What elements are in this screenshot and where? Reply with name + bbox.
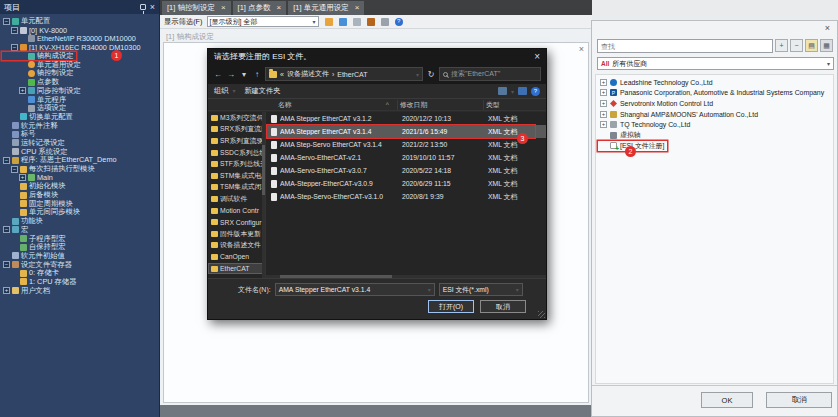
organize-menu[interactable]: 组织 ▾ (214, 86, 235, 96)
collapse-toggle-icon[interactable]: − (3, 226, 10, 233)
cancel-button[interactable]: 取消 (766, 392, 832, 408)
tree-item[interactable]: −单元配置 (2, 17, 53, 26)
tree-item[interactable]: +用户文档 (2, 286, 53, 295)
tree-item[interactable]: −每次扫描执行型模块 (2, 165, 98, 174)
document-tab[interactable]: [1] 单元通用设定× (288, 1, 364, 15)
history-chevron-icon[interactable]: ▾ (239, 70, 249, 79)
filename-dropdown[interactable]: AMA Stepper EtherCAT v3.1.4 ▾ (275, 283, 435, 296)
dialog-nav-item[interactable]: STM集成式电机 (208, 170, 265, 182)
device-view-icon[interactable]: ▦ (820, 39, 833, 52)
dialog-nav-item[interactable]: SSDC系列总线 (208, 147, 265, 159)
dialog-nav-item[interactable]: EtherCAT (208, 263, 265, 275)
collapse-toggle-icon[interactable]: − (11, 27, 18, 34)
save-display-icon[interactable] (337, 16, 349, 28)
dialog-nav-item[interactable]: M3系列交流伺服 (208, 112, 265, 124)
document-tab[interactable]: [1] 点参数× (233, 1, 287, 15)
column-header-date[interactable]: 修改日期 (398, 100, 484, 110)
dialog-nav-item[interactable]: SR系列直流驱动 (208, 135, 265, 147)
copy-icon[interactable] (365, 16, 377, 28)
vendor-tree-item[interactable]: +Shanghai AMP&MOONS' Automation Co.,Ltd (598, 109, 761, 120)
breadcrumb[interactable]: « 设备描述文件 › EtherCAT ▾ (265, 67, 423, 81)
breadcrumb-root[interactable]: 设备描述文件 (287, 69, 329, 79)
folder-group-icon[interactable]: ▤ (805, 39, 818, 52)
tab-close-icon[interactable]: × (277, 4, 282, 12)
dialog-nav-item[interactable]: TSM集成式闭环 (208, 182, 265, 194)
file-row[interactable]: AMA-Step-Servo-EtherCAT-v3.1.02020/8/1 9… (266, 190, 546, 203)
display-settings-icon[interactable] (323, 16, 335, 28)
back-icon[interactable]: ← (213, 70, 223, 79)
collapse-tree-icon[interactable]: − (790, 39, 803, 52)
display-level-dropdown[interactable]: [显示级别] 全部 ▾ (207, 16, 319, 27)
panel-close-icon[interactable]: × (825, 23, 830, 33)
dialog-search-box[interactable]: 搜索"EtherCAT" (439, 67, 541, 81)
open-button[interactable]: 打开(O) (428, 300, 474, 313)
vendor-tree-item[interactable]: +Leadshine Technology Co.,Ltd (598, 77, 716, 88)
expand-toggle-icon[interactable]: + (600, 111, 607, 118)
up-icon[interactable]: ↑ (252, 70, 262, 79)
nav-scrollbar[interactable] (262, 112, 265, 278)
file-row[interactable]: AMA-Stepper-EtherCAT-v3.0.92020/6/29 11:… (266, 177, 546, 190)
ok-button[interactable]: OK (701, 392, 753, 408)
file-row[interactable]: AMA-Servo-EtherCAT-v3.0.72020/5/22 14:18… (266, 164, 546, 177)
expand-toggle-icon[interactable]: + (19, 174, 26, 181)
chevron-down-icon[interactable]: ▾ (511, 88, 514, 95)
expand-toggle-icon[interactable]: + (600, 89, 607, 96)
panel-close-icon[interactable]: × (579, 44, 584, 54)
collapse-toggle-icon[interactable]: − (3, 18, 10, 25)
help-icon[interactable]: ? (531, 87, 540, 96)
tree-item[interactable]: EtherNet/IP R30000 DM10000 (2, 34, 139, 43)
help-icon[interactable] (393, 16, 405, 28)
vendor-search-input[interactable] (597, 39, 773, 53)
tree-item[interactable]: −宏 (2, 226, 31, 235)
tab-close-icon[interactable]: × (221, 4, 226, 12)
refresh-icon[interactable]: ↻ (426, 70, 436, 79)
tree-item[interactable]: −[0] KV-8000 (2, 26, 70, 35)
view-options-icon[interactable] (498, 87, 507, 95)
file-row[interactable]: AMA Step-Servo EtherCAT v3.1.42021/2/2 1… (266, 138, 546, 151)
cancel-button[interactable]: 取消 (480, 300, 526, 313)
chevron-down-icon[interactable]: ▾ (416, 71, 419, 78)
vendor-filter-dropdown[interactable]: All 所有供应商 ▾ (597, 57, 834, 70)
column-header-name[interactable]: 名称^ (266, 100, 398, 110)
expand-toggle-icon[interactable]: + (19, 87, 26, 94)
chevron-down-icon: ▾ (232, 88, 235, 94)
vendor-tree-item[interactable]: 虚拟轴 (598, 130, 644, 141)
document-tab[interactable]: [1] 轴控制设定× (162, 1, 231, 15)
dialog-nav-item[interactable]: 设备描述文件 (208, 240, 265, 252)
filetype-dropdown[interactable]: ESI 文件(*.xml) ▾ (439, 283, 523, 296)
collapse-toggle-icon[interactable]: − (3, 261, 10, 268)
dialog-nav-item[interactable]: STF系列总线开 (208, 158, 265, 170)
close-icon[interactable]: × (150, 3, 155, 12)
vendor-tree-item[interactable]: +Panasonic Corporation, Automotive & Ind… (598, 88, 827, 99)
collapse-toggle-icon[interactable]: − (3, 157, 10, 164)
file-row[interactable]: AMA Stepper EtherCAT v3.1.42021/1/6 15:4… (266, 125, 546, 138)
dialog-nav-item[interactable]: 固件版本更新 (208, 228, 265, 240)
vendor-tree-item[interactable]: +TQ Technology Co.,Ltd (598, 119, 693, 130)
dialog-nav-item[interactable]: Motion Contr (208, 205, 265, 217)
file-row[interactable]: AMA Stepper EtherCAT v3.1.22020/12/2 10:… (266, 112, 546, 125)
print-icon[interactable] (379, 16, 391, 28)
expand-tree-icon[interactable]: + (775, 39, 788, 52)
expand-toggle-icon[interactable]: + (600, 121, 607, 128)
dialog-nav-item[interactable]: SRX系列直流版 (208, 124, 265, 136)
column-header-type[interactable]: 类型 (484, 100, 546, 110)
tab-close-icon[interactable]: × (355, 4, 360, 12)
expand-toggle-icon[interactable]: + (600, 100, 607, 107)
expand-toggle-icon[interactable]: + (3, 287, 10, 294)
expand-toggle-icon[interactable]: + (600, 79, 607, 86)
collapse-toggle-icon[interactable]: − (11, 166, 18, 173)
new-folder-button[interactable]: 新建文件夹 (244, 86, 280, 96)
resize-grip[interactable] (538, 311, 545, 318)
dialog-nav-item[interactable]: 调试软件 (208, 193, 265, 205)
file-row[interactable]: AMA-Servo-EtherCAT-v2.12019/10/10 11:57X… (266, 151, 546, 164)
preview-pane-icon[interactable] (518, 87, 527, 95)
dialog-nav-item[interactable]: CanOpen (208, 251, 265, 263)
pin-icon[interactable] (140, 4, 146, 10)
forward-icon[interactable]: → (226, 70, 236, 79)
dialog-close-icon[interactable]: × (534, 52, 540, 62)
dialog-nav-item[interactable]: SRX Configur (208, 216, 265, 228)
revert-icon[interactable] (351, 16, 363, 28)
breadcrumb-current[interactable]: EtherCAT (337, 71, 367, 78)
vendor-tree-item[interactable]: +Servotronix Motion Control Ltd (598, 98, 716, 109)
collapse-toggle-icon[interactable]: − (11, 44, 18, 51)
